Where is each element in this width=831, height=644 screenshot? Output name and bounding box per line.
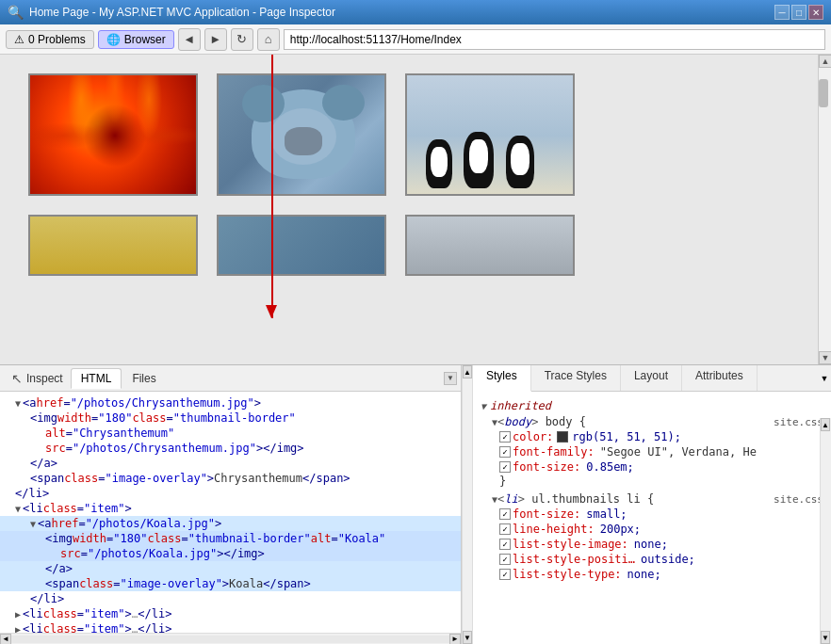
code-line: </li> xyxy=(0,591,461,606)
code-line: ▶ <li class="item">…</li> xyxy=(0,606,461,621)
styles-scrollbar[interactable]: ▲ ▼ xyxy=(820,418,831,644)
browser-icon: 🌐 xyxy=(106,33,121,46)
photo-item-koala xyxy=(217,73,386,196)
styles-panel: Styles Trace Styles Layout Attributes ▼ … xyxy=(473,365,831,644)
scroll-left-button[interactable]: ◄ xyxy=(0,634,11,645)
titlebar: 🔍 Home Page - My ASP.NET MVC Application… xyxy=(0,0,831,24)
tab-attributes[interactable]: Attributes xyxy=(682,365,758,391)
chrysanthemum-image xyxy=(30,75,198,196)
styles-scroll-down[interactable]: ▼ xyxy=(821,631,830,644)
code-line-highlighted: <img width="180" class="thumbnail-border… xyxy=(0,531,461,546)
photo-item-penguins xyxy=(405,73,575,196)
styles-tabs: Styles Trace Styles Layout Attributes ▼ xyxy=(473,365,831,392)
li-selector: <li> ul.thumbnails li { xyxy=(497,492,654,506)
url-input[interactable] xyxy=(284,29,825,50)
styles-scroll-up[interactable]: ▲ xyxy=(821,418,830,431)
html-code-view: ▼ <a href="/photos/Chrysanthemum.jpg"> <… xyxy=(0,392,461,633)
photo-grid xyxy=(0,55,831,215)
css-prop-font-family: font-family: "Segoe UI", Verdana, He xyxy=(481,444,823,459)
code-line: ▶ <li class="item">…</li> xyxy=(0,621,461,633)
penguins-thumb xyxy=(405,73,575,196)
inspect-tabs: ↖ Inspect HTML Files ▼ xyxy=(0,365,461,392)
panel-collapse-button[interactable]: ▼ xyxy=(444,372,457,385)
inherited-header: ▼ inherited xyxy=(481,397,823,414)
body-rule-file: site.css xyxy=(774,416,823,428)
css-prop-li-font-size: font-size: small; xyxy=(481,507,823,522)
restore-button[interactable]: □ xyxy=(791,5,807,20)
tab-html[interactable]: HTML xyxy=(71,368,122,389)
title-icon: 🔍 xyxy=(8,5,24,20)
scroll-up-button[interactable]: ▲ xyxy=(819,55,831,68)
list-style-type-checkbox[interactable] xyxy=(499,569,511,580)
main-content: ▲ ▼ ↖ Inspect HTML Files ▼ xyxy=(0,55,831,644)
css-prop-line-height: line-height: 200px; xyxy=(481,522,823,537)
code-line: </a> xyxy=(0,456,461,471)
tab-trace-styles[interactable]: Trace Styles xyxy=(531,365,621,391)
warning-icon: ⚠ xyxy=(14,33,24,46)
koala-image xyxy=(219,75,386,196)
cursor-icon: ↖ xyxy=(11,371,23,386)
css-prop-list-style-type: list-style-type: none; xyxy=(481,567,823,582)
tab-layout[interactable]: Layout xyxy=(621,365,682,391)
code-line-highlighted: </a> xyxy=(0,561,461,576)
code-line: alt="Chrysanthemum" xyxy=(0,426,461,441)
koala-thumb xyxy=(217,73,386,196)
home-button[interactable]: ⌂ xyxy=(257,28,280,51)
li-rule-header: ▼ <li> ul.thumbnails li { site.css xyxy=(481,491,823,507)
list-style-image-checkbox[interactable] xyxy=(499,539,511,550)
thumb-row2-1 xyxy=(28,215,198,276)
inherited-section: ▼ inherited ▼ <body> body { site.css xyxy=(473,395,831,584)
thumb-row2-2 xyxy=(217,215,386,276)
scroll-down-button[interactable]: ▼ xyxy=(819,351,831,364)
browser-viewport: ▲ ▼ xyxy=(0,55,831,365)
code-line: ▼ <li class="item"> xyxy=(0,501,461,516)
titlebar-controls: ─ □ ✕ xyxy=(774,5,823,20)
inherited-arrow[interactable]: ▼ xyxy=(481,401,486,411)
color-swatch xyxy=(557,431,568,443)
bottom-panel: ↖ Inspect HTML Files ▼ ▼ <a href="/photo… xyxy=(0,365,831,644)
thumb-row2-3 xyxy=(405,215,575,276)
font-family-checkbox[interactable] xyxy=(499,446,511,458)
body-rule-close: } xyxy=(481,475,823,488)
inherited-label: inherited xyxy=(490,399,551,412)
browser-button[interactable]: 🌐 Browser xyxy=(98,30,174,49)
penguins-image xyxy=(407,75,575,196)
forward-button[interactable]: ► xyxy=(204,28,227,51)
css-prop-color: color: rgb(51, 51, 51); xyxy=(481,429,823,444)
scroll-right-button[interactable]: ► xyxy=(449,634,461,645)
css-prop-list-style-image: list-style-image: none; xyxy=(481,537,823,552)
close-button[interactable]: ✕ xyxy=(808,5,823,20)
browser-scrollbar[interactable]: ▲ ▼ xyxy=(818,55,831,364)
scroll-down-mid[interactable]: ▼ xyxy=(463,631,472,644)
code-line-highlighted: <span class="image-overlay">Koala</span> xyxy=(0,576,461,591)
line-height-checkbox[interactable] xyxy=(499,523,511,535)
minimize-button[interactable]: ─ xyxy=(774,5,790,20)
middle-scrollbar[interactable]: ▲ ▼ xyxy=(462,365,473,644)
code-line: <span class="image-overlay">Chrysanthemu… xyxy=(0,471,461,486)
code-line-highlighted: ▼ <a href="/photos/Koala.jpg"> xyxy=(0,516,461,531)
color-checkbox[interactable] xyxy=(499,431,511,443)
photo-item-chrysanthemum xyxy=(28,73,198,196)
code-line: <img width="180" class="thumbnail-border… xyxy=(0,411,461,426)
photo-grid-row2 xyxy=(0,215,831,285)
list-style-position-checkbox[interactable] xyxy=(499,554,511,565)
scroll-up-mid[interactable]: ▲ xyxy=(463,365,472,378)
html-panel-hscrollbar[interactable]: ◄ ► xyxy=(0,633,461,644)
back-button[interactable]: ◄ xyxy=(178,28,201,51)
titlebar-title: Home Page - My ASP.NET MVC Application -… xyxy=(29,6,335,19)
code-line: </li> xyxy=(0,486,461,501)
tab-files[interactable]: Files xyxy=(122,368,166,389)
code-line: ▼ <a href="/photos/Chrysanthemum.jpg"> xyxy=(0,395,461,411)
inspect-button[interactable]: ↖ Inspect xyxy=(4,368,71,389)
body-rule: ▼ <body> body { site.css color: rgb(51, … xyxy=(481,414,823,488)
refresh-button[interactable]: ↻ xyxy=(231,28,253,51)
font-size-checkbox[interactable] xyxy=(499,461,511,473)
problems-button[interactable]: ⚠ 0 Problems xyxy=(6,30,94,49)
li-font-size-checkbox[interactable] xyxy=(499,508,511,520)
styles-content: ▼ inherited ▼ <body> body { site.css xyxy=(473,392,831,644)
css-prop-list-style-position: list-style-positi… outside; xyxy=(481,552,823,567)
li-rule: ▼ <li> ul.thumbnails li { site.css font-… xyxy=(481,491,823,582)
tab-styles[interactable]: Styles xyxy=(473,365,531,392)
chrysanthemum-thumb xyxy=(28,73,198,196)
styles-collapse-button[interactable]: ▼ xyxy=(818,365,831,392)
